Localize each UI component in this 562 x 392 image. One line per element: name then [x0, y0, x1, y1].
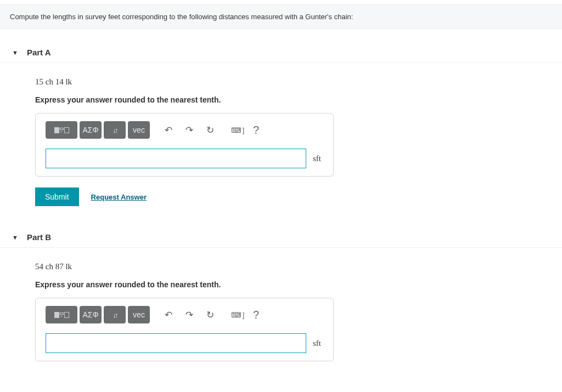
submit-button-a[interactable]: Submit [35, 188, 79, 206]
part-b-header[interactable]: ▼ Part B [0, 227, 562, 248]
caret-down-icon: ▼ [12, 49, 18, 56]
part-a-header[interactable]: ▼ Part A [0, 42, 562, 63]
question-prompt: Compute the lengths in survey feet corre… [0, 4, 562, 29]
help-button[interactable]: ? [253, 309, 259, 321]
subscript-button[interactable]: ↓↑ [104, 121, 126, 139]
part-b-title: Part B [27, 232, 51, 242]
reset-button[interactable]: ↻ [201, 122, 219, 138]
part-b-measurement: 54 ch 87 lk [35, 262, 562, 271]
help-button[interactable]: ? [253, 124, 259, 137]
unit-label-b: sft [313, 339, 323, 348]
greek-button[interactable]: ΑΣΦ [80, 306, 102, 323]
caret-down-icon: ▼ [12, 234, 18, 241]
part-a-instruction: Express your answer rounded to the neare… [35, 95, 562, 104]
answer-box-a: √ ΑΣΦ ↓↑ vec ↶ ↷ ↻ ⌨] ? sft [35, 113, 334, 177]
redo-icon: ↷ [186, 309, 193, 321]
template-icon: √ [54, 127, 69, 133]
part-b-instruction: Express your answer rounded to the neare… [35, 280, 562, 289]
undo-icon: ↶ [165, 124, 172, 136]
redo-button[interactable]: ↷ [181, 122, 198, 138]
template-icon: √ [54, 312, 69, 318]
part-a-measurement: 15 ch 14 lk [35, 77, 562, 87]
vector-button[interactable]: vec [128, 306, 150, 323]
part-a-body: 15 ch 14 lk Express your answer rounded … [0, 63, 562, 206]
toolbar-b: √ ΑΣΦ ↓↑ vec ↶ ↷ ↻ ⌨] ? [46, 306, 323, 323]
undo-button[interactable]: ↶ [160, 307, 177, 322]
answer-box-b: √ ΑΣΦ ↓↑ vec ↶ ↷ ↻ ⌨] ? sft [35, 298, 334, 361]
greek-button[interactable]: ΑΣΦ [80, 121, 102, 139]
keyboard-button[interactable]: ⌨] [229, 307, 246, 322]
undo-button[interactable]: ↶ [160, 122, 177, 138]
answer-input-a[interactable] [46, 149, 306, 168]
keyboard-icon: ⌨ [231, 126, 241, 134]
vector-button[interactable]: vec [128, 121, 150, 139]
templates-button[interactable]: √ [46, 121, 77, 139]
redo-icon: ↷ [186, 124, 193, 136]
request-answer-link-a[interactable]: Request Answer [91, 193, 147, 201]
arrows-updown-icon: ↓↑ [113, 311, 117, 319]
reset-icon: ↻ [206, 309, 214, 321]
undo-icon: ↶ [165, 309, 172, 321]
part-a-title: Part A [27, 48, 51, 57]
toolbar-a: √ ΑΣΦ ↓↑ vec ↶ ↷ ↻ ⌨] ? [46, 121, 323, 139]
keyboard-icon: ⌨ [231, 311, 241, 319]
part-b-body: 54 ch 87 lk Express your answer rounded … [0, 248, 562, 361]
reset-icon: ↻ [206, 124, 214, 136]
arrows-updown-icon: ↓↑ [113, 126, 117, 134]
keyboard-button[interactable]: ⌨] [229, 122, 246, 138]
templates-button[interactable]: √ [46, 306, 77, 323]
subscript-button[interactable]: ↓↑ [104, 306, 126, 323]
reset-button[interactable]: ↻ [201, 307, 219, 322]
redo-button[interactable]: ↷ [181, 307, 198, 322]
answer-input-b[interactable] [46, 333, 306, 353]
unit-label-a: sft [313, 154, 323, 163]
